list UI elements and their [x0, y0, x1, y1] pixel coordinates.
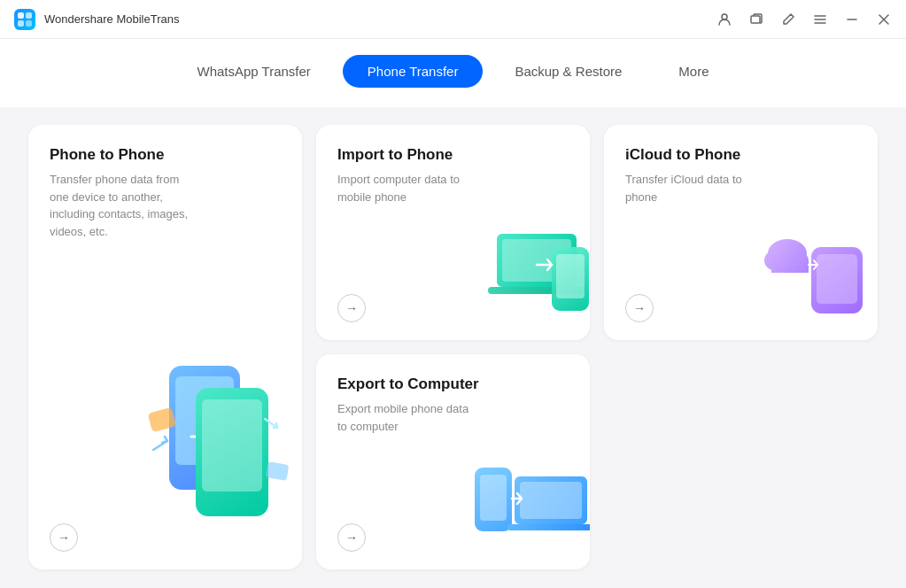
card-export-desc: Export mobile phone data to computer [337, 400, 479, 435]
svg-rect-0 [18, 12, 24, 19]
svg-rect-30 [480, 475, 507, 521]
svg-rect-22 [556, 254, 585, 298]
edit-button[interactable] [780, 12, 796, 27]
card-import-arrow[interactable]: → [337, 294, 366, 322]
import-illustration [488, 216, 590, 313]
phone-to-phone-illustration [116, 339, 302, 534]
nav-whatsapp-transfer[interactable]: WhatsApp Transfer [172, 55, 335, 88]
svg-rect-1 [26, 12, 32, 19]
close-button[interactable] [876, 12, 892, 27]
title-bar-left: Wondershare MobileTrans [14, 9, 179, 30]
app-icon [14, 9, 35, 30]
title-bar-controls [716, 12, 892, 27]
nav-backup-restore[interactable]: Backup & Restore [490, 55, 647, 88]
title-bar: Wondershare MobileTrans [0, 0, 906, 39]
card-icloud-to-phone[interactable]: iCloud to Phone Transfer iCloud data to … [604, 125, 878, 340]
svg-rect-33 [507, 524, 590, 530]
card-export-to-computer[interactable]: Export to Computer Export mobile phone d… [316, 354, 590, 569]
icloud-illustration [763, 216, 869, 313]
svg-rect-5 [751, 16, 760, 23]
card-icloud-arrow[interactable]: → [625, 294, 654, 322]
card-phone-to-phone-arrow[interactable]: → [50, 523, 78, 552]
svg-rect-3 [26, 20, 32, 27]
app-title: Wondershare MobileTrans [44, 12, 179, 26]
card-export-title: Export to Computer [337, 375, 569, 393]
account-button[interactable] [716, 12, 732, 27]
window-button[interactable] [748, 12, 764, 27]
minimize-button[interactable] [844, 12, 860, 27]
card-icloud-title: iCloud to Phone [625, 146, 856, 164]
card-phone-to-phone-title: Phone to Phone [50, 146, 281, 164]
svg-point-4 [722, 14, 727, 19]
nav-phone-transfer[interactable]: Phone Transfer [343, 55, 484, 88]
card-phone-to-phone[interactable]: Phone to Phone Transfer phone data from … [28, 125, 302, 569]
nav-bar: WhatsApp Transfer Phone Transfer Backup … [0, 39, 906, 107]
svg-rect-32 [520, 482, 582, 519]
svg-rect-17 [266, 461, 290, 481]
main-content: Phone to Phone Transfer phone data from … [0, 107, 906, 587]
svg-rect-15 [202, 399, 262, 491]
card-icloud-desc: Transfer iCloud data to phone [625, 171, 767, 205]
export-illustration [470, 445, 585, 552]
nav-more[interactable]: More [654, 55, 733, 88]
card-phone-to-phone-desc: Transfer phone data from one device to a… [50, 171, 191, 240]
svg-rect-24 [817, 254, 857, 304]
card-import-title: Import to Phone [337, 146, 569, 164]
card-import-desc: Import computer data to mobile phone [337, 171, 479, 205]
card-export-arrow[interactable]: → [337, 523, 366, 552]
menu-button[interactable] [812, 12, 828, 27]
svg-rect-2 [18, 20, 24, 27]
svg-rect-28 [771, 260, 809, 273]
card-import-to-phone[interactable]: Import to Phone Import computer data to … [316, 125, 590, 340]
